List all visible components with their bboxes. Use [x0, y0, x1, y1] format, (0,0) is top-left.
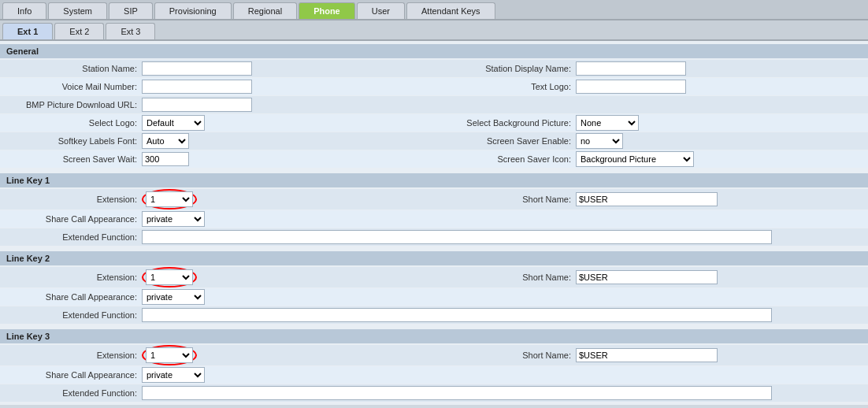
lk1-extension-circle: 1 [142, 189, 197, 210]
screen-saver-wait-label: Screen Saver Wait: [0, 154, 142, 164]
line-key-1-header: Line Key 1 [0, 173, 868, 187]
select-bg-dropdown[interactable]: None [576, 115, 639, 131]
voice-mail-input[interactable] [142, 80, 252, 94]
text-logo-input[interactable] [576, 80, 686, 94]
lk1-extended-fn-row: Extended Function: [0, 228, 868, 246]
line-key-3-form: Extension: 1 Short Name: Share Call A [0, 343, 868, 404]
softkey-font-dropdown[interactable]: Auto [142, 133, 189, 149]
lk2-extension-dropdown[interactable]: 1 [146, 269, 193, 285]
station-display-name-label: Station Display Name: [434, 64, 576, 73]
tab-ext3[interactable]: Ext 3 [106, 23, 155, 39]
lk2-share-call-dropdown[interactable]: private [142, 289, 205, 305]
screen-saver-enable-dropdown[interactable]: no [576, 133, 623, 149]
lk2-extended-fn-label: Extended Function: [0, 310, 142, 320]
lk1-short-name-label: Short Name: [434, 195, 576, 204]
screen-saver-row: Screen Saver Wait: Screen Saver Icon: Ba… [0, 150, 868, 168]
lk1-share-row: Share Call Appearance: private [0, 210, 868, 228]
line-key-2-header: Line Key 2 [0, 251, 868, 265]
line-key-3-header: Line Key 3 [0, 329, 868, 343]
lk2-extension-row: Extension: 1 Short Name: [0, 267, 868, 287]
tab-user[interactable]: User [357, 2, 405, 19]
tab-provisioning[interactable]: Provisioning [154, 2, 232, 19]
bmp-row: BMP Picture Download URL: [0, 96, 868, 113]
tab-system[interactable]: System [48, 2, 107, 19]
top-nav: Info System SIP Provisioning Regional Ph… [0, 0, 868, 20]
select-logo-label: Select Logo: [0, 118, 142, 128]
station-name-label: Station Name: [0, 64, 142, 73]
main-content: General Station Name: Station Display Na… [0, 41, 868, 405]
softkey-row: Softkey Labels Font: Auto Screen Saver E… [0, 132, 868, 150]
sub-nav: Ext 1 Ext 2 Ext 3 [0, 20, 868, 41]
station-name-row: Station Name: Station Display Name: [0, 60, 868, 77]
bmp-picture-label: BMP Picture Download URL: [0, 100, 142, 109]
lk3-extension-circle: 1 [142, 345, 197, 365]
lk3-share-row: Share Call Appearance: private [0, 366, 868, 384]
lk1-share-call-dropdown[interactable]: private [142, 211, 205, 227]
station-display-name-input[interactable] [576, 61, 686, 76]
lk1-extension-dropdown[interactable]: 1 [146, 191, 193, 207]
general-section-header: General [0, 44, 868, 58]
station-name-input[interactable] [142, 61, 252, 76]
tab-regional[interactable]: Regional [233, 2, 297, 19]
select-logo-dropdown[interactable]: Default [142, 115, 205, 131]
lk1-extended-fn-label: Extended Function: [0, 232, 142, 242]
lk3-extension-dropdown[interactable]: 1 [146, 347, 193, 363]
line-key-1-form: Extension: 1 Short Name: Share C [0, 187, 868, 248]
lk3-short-name-label: Short Name: [434, 351, 576, 360]
screen-saver-icon-label: Screen Saver Icon: [434, 154, 576, 164]
lk1-extended-fn-input[interactable] [142, 230, 772, 244]
lk1-short-name-input[interactable] [576, 192, 718, 206]
lk2-short-name-input[interactable] [576, 270, 718, 284]
lk2-extended-fn-row: Extended Function: [0, 306, 868, 324]
bmp-picture-input[interactable] [142, 98, 252, 112]
lk3-share-call-dropdown[interactable]: private [142, 367, 205, 383]
lk3-extended-fn-row: Extended Function: [0, 384, 868, 402]
screen-saver-wait-input[interactable] [142, 152, 189, 166]
lk2-extension-label: Extension: [0, 273, 142, 282]
lk3-short-name-input[interactable] [576, 348, 718, 362]
softkey-font-label: Softkey Labels Font: [0, 136, 142, 146]
select-logo-row: Select Logo: Default Select Background P… [0, 114, 868, 132]
lk1-extension-row: Extension: 1 Short Name: [0, 189, 868, 210]
tab-sip[interactable]: SIP [109, 2, 153, 19]
text-logo-label: Text Logo: [434, 82, 576, 91]
lk3-share-call-label: Share Call Appearance: [0, 370, 142, 380]
lk2-extended-fn-input[interactable] [142, 308, 772, 322]
general-form: Station Name: Station Display Name: Voic… [0, 58, 868, 170]
voicemail-row: Voice Mail Number: Text Logo: [0, 78, 868, 95]
tab-phone[interactable]: Phone [299, 2, 355, 19]
lk3-extended-fn-input[interactable] [142, 386, 772, 400]
lk3-extension-label: Extension: [0, 351, 142, 360]
tab-ext2[interactable]: Ext 2 [54, 23, 104, 39]
lk1-extension-label: Extension: [0, 195, 142, 204]
lk2-share-row: Share Call Appearance: private [0, 288, 868, 306]
lk3-extension-row: Extension: 1 Short Name: [0, 345, 868, 365]
line-key-2-form: Extension: 1 Short Name: Share Call A [0, 265, 868, 326]
screen-saver-icon-dropdown[interactable]: Background Picture [576, 151, 694, 167]
voice-mail-label: Voice Mail Number: [0, 82, 142, 91]
tab-ext1[interactable]: Ext 1 [2, 23, 53, 39]
lk1-share-call-label: Share Call Appearance: [0, 214, 142, 224]
lk2-extension-circle: 1 [142, 267, 197, 287]
lk2-share-call-label: Share Call Appearance: [0, 292, 142, 302]
lk2-short-name-label: Short Name: [434, 273, 576, 282]
screen-saver-enable-label: Screen Saver Enable: [434, 136, 576, 146]
select-bg-label: Select Background Picture: [434, 118, 576, 128]
tab-info[interactable]: Info [2, 2, 46, 19]
tab-attendant-keys[interactable]: Attendant Keys [406, 2, 495, 19]
lk3-extended-fn-label: Extended Function: [0, 388, 142, 398]
